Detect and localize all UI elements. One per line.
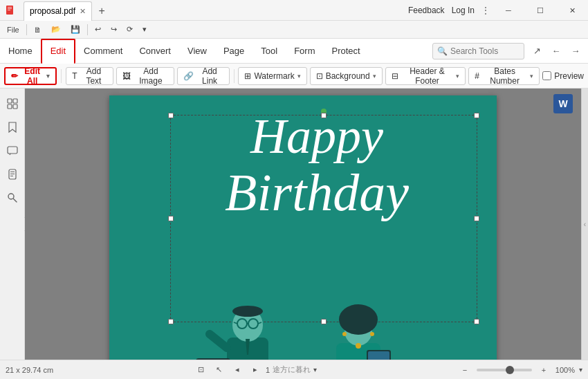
nav-icons: ↗ ← → [529, 43, 584, 59]
nav-forward-icon[interactable]: → [567, 43, 584, 59]
menu-view[interactable]: View [179, 39, 215, 64]
menu-comment[interactable]: Comment [75, 39, 131, 64]
window-controls: ─ ☐ ✕ [493, 0, 588, 21]
titlebar: proposal.pdf ✕ + Feedback Log In ⋮ ─ ☐ ✕ [0, 0, 588, 21]
external-link-icon[interactable]: ↗ [529, 43, 545, 59]
redo-button[interactable]: ↪ [107, 22, 121, 37]
image-icon: 🖼 [122, 71, 131, 81]
text-icon: T [72, 71, 77, 81]
background-button[interactable]: ⊡ Background ▾ [310, 67, 383, 85]
menu-edit[interactable]: Edit [41, 39, 75, 64]
svg-point-32 [342, 332, 347, 336]
share-button[interactable]: ⟳ [122, 22, 137, 37]
bates-number-button[interactable]: # Bates Number ▾ [468, 67, 540, 85]
attachment-icon[interactable] [3, 165, 22, 184]
zoom-in-button[interactable]: + [536, 362, 551, 378]
open-button[interactable]: 📂 [47, 22, 65, 37]
svg-rect-2 [8, 8, 12, 9]
statusbar: 21 x 29.74 cm ⊡ ↖ ◂ ▸ 1 途方に暮れ ▾ − + 100%… [0, 360, 588, 379]
menu-home[interactable]: Home [0, 39, 41, 64]
edit-all-arrow: ▾ [46, 73, 50, 80]
watermark-button[interactable]: ⊞ Watermark ▾ [238, 67, 306, 85]
menu-protect[interactable]: Protect [324, 39, 369, 64]
maximize-button[interactable]: ☐ [524, 0, 556, 21]
svg-point-13 [8, 194, 14, 199]
action-separator-1 [61, 69, 62, 83]
bookmark-icon[interactable] [3, 118, 22, 137]
select-tool-button[interactable]: ↖ [212, 362, 227, 378]
add-image-label: Add Image [134, 66, 167, 86]
svg-rect-8 [8, 147, 17, 154]
watermark-arrow: ▾ [297, 73, 301, 80]
japanese-status-text: 途方に暮れ [273, 364, 311, 375]
toolbar-separator-2 [87, 24, 88, 35]
bottom-illustration [109, 296, 497, 360]
zoom-dropdown[interactable]: ▾ [579, 366, 582, 373]
login-link[interactable]: Log In [452, 6, 475, 15]
close-button[interactable]: ✕ [556, 0, 588, 21]
bates-icon: # [475, 71, 479, 81]
zoom-slider-thumb[interactable] [506, 366, 514, 374]
search-tools-box[interactable]: 🔍 [432, 43, 524, 59]
svg-rect-26 [196, 358, 230, 360]
menu-tool[interactable]: Tool [252, 39, 286, 64]
edit-icon: ✏ [11, 71, 18, 81]
undo-button[interactable]: ↩ [91, 22, 105, 37]
action-toolbar: ✏ Edit All ▾ T Add Text 🖼 Add Image 🔗 Ad… [0, 64, 588, 89]
next-page-button[interactable]: ▸ [248, 362, 263, 378]
zoom-out-button[interactable]: − [457, 362, 472, 378]
search-tools-input[interactable] [450, 46, 520, 56]
new-tab-button[interactable]: + [92, 1, 111, 21]
feedback-link[interactable]: Feedback [408, 6, 445, 15]
comment-icon[interactable] [3, 141, 22, 160]
preview-label[interactable]: Preview [554, 71, 584, 81]
svg-point-33 [370, 332, 374, 336]
bates-label: Bates Number [482, 66, 527, 86]
background-arrow: ▾ [373, 73, 376, 80]
minimize-button[interactable]: ─ [493, 0, 524, 21]
svg-rect-3 [8, 10, 10, 10]
svg-rect-12 [10, 176, 13, 176]
word-conversion-icon[interactable]: W [553, 94, 573, 113]
zoom-slider[interactable] [477, 369, 532, 371]
status-dropdown[interactable]: ▾ [313, 366, 317, 373]
new-button[interactable]: 🗎 [30, 22, 46, 37]
file-menu-button[interactable]: File [3, 22, 24, 37]
add-text-button[interactable]: T Add Text [66, 67, 113, 85]
thumbnails-icon[interactable] [3, 94, 22, 113]
zoom-percentage: 100% [555, 366, 575, 374]
svg-rect-6 [8, 104, 12, 109]
prev-page-button[interactable]: ◂ [230, 362, 245, 378]
right-panel-handle[interactable]: ‹ [581, 89, 588, 360]
menu-convert[interactable]: Convert [131, 39, 179, 64]
menu-page[interactable]: Page [215, 39, 252, 64]
pdf-area[interactable]: W Happy Birthday [25, 89, 581, 360]
nav-back-icon[interactable]: ← [548, 43, 564, 59]
svg-line-25 [210, 334, 227, 348]
menu-form[interactable]: Form [286, 39, 323, 64]
add-text-label: Add Text [80, 66, 108, 86]
preview-checkbox[interactable] [542, 71, 551, 80]
add-link-button[interactable]: 🔗 Add Link [177, 67, 230, 85]
preview-check-area: Preview [542, 71, 584, 81]
svg-rect-7 [13, 104, 17, 109]
svg-rect-5 [13, 99, 17, 103]
header-footer-button[interactable]: ⊟ Header & Footer ▾ [385, 67, 466, 85]
svg-rect-4 [8, 99, 12, 103]
tab-proposal[interactable]: proposal.pdf ✕ [24, 1, 92, 21]
search-panel-icon[interactable] [3, 188, 22, 207]
search-icon: 🔍 [437, 46, 448, 56]
more-options-icon[interactable]: ⋮ [481, 6, 490, 15]
header-footer-arrow: ▾ [456, 73, 459, 80]
open-icon: 📂 [51, 25, 61, 34]
add-image-button[interactable]: 🖼 Add Image [116, 67, 174, 85]
more-toolbar-button[interactable]: ▾ [138, 22, 151, 37]
toolbar: File 🗎 📂 💾 ↩ ↪ ⟳ ▾ [0, 21, 588, 39]
tab-close-icon[interactable]: ✕ [80, 7, 86, 16]
bates-arrow: ▾ [530, 73, 533, 80]
save-button[interactable]: 💾 [66, 22, 84, 37]
feedback-area: Feedback Log In ⋮ [408, 6, 490, 15]
edit-all-button[interactable]: ✏ Edit All ▾ [4, 67, 57, 85]
fit-page-button[interactable]: ⊡ [194, 362, 209, 378]
header-footer-icon: ⊟ [392, 71, 398, 81]
